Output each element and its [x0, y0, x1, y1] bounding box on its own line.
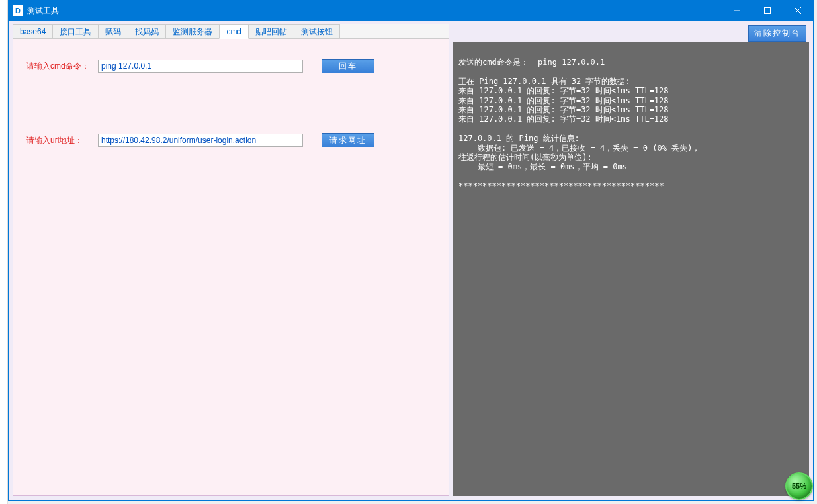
app-icon: D	[13, 5, 23, 16]
tab-panel-cmd: 请输入cmd命令： 回车 请输入url地址： 请求网址	[13, 39, 449, 496]
progress-badge: 55%	[785, 472, 813, 500]
content-area: base64 接口工具 赋码 找妈妈 监测服务器 cmd 贴吧回帖 测试按钮 请…	[9, 21, 813, 500]
titlebar[interactable]: D 测试工具	[9, 1, 813, 21]
minimize-button[interactable]	[722, 1, 752, 21]
window-title: 测试工具	[27, 5, 722, 17]
cmd-input[interactable]	[98, 60, 303, 73]
url-row: 请输入url地址： 请求网址	[26, 133, 435, 147]
svg-rect-1	[765, 8, 771, 14]
tab-interface-tool[interactable]: 接口工具	[52, 24, 99, 38]
close-button[interactable]	[783, 1, 813, 21]
console-output[interactable]: 发送的cmd命令是： ping 127.0.0.1 正在 Ping 127.0.…	[453, 42, 809, 496]
right-pane: 清除控制台 发送的cmd命令是： ping 127.0.0.1 正在 Ping …	[453, 24, 809, 496]
tab-monitor-server[interactable]: 监测服务器	[165, 24, 220, 38]
left-pane: base64 接口工具 赋码 找妈妈 监测服务器 cmd 贴吧回帖 测试按钮 请…	[13, 24, 449, 496]
tab-fuma[interactable]: 赋码	[98, 24, 128, 38]
console-toolbar: 清除控制台	[453, 24, 809, 42]
background-sliver	[0, 0, 8, 504]
maximize-button[interactable]	[752, 1, 783, 21]
cmd-label: 请输入cmd命令：	[26, 61, 93, 72]
url-label: 请输入url地址：	[26, 135, 93, 146]
window-controls	[722, 1, 813, 21]
tab-tieba-reply[interactable]: 贴吧回帖	[248, 24, 294, 38]
tab-base64[interactable]: base64	[13, 24, 53, 38]
tab-bar: base64 接口工具 赋码 找妈妈 监测服务器 cmd 贴吧回帖 测试按钮	[13, 24, 449, 39]
enter-button[interactable]: 回车	[322, 59, 374, 73]
tab-cmd[interactable]: cmd	[219, 24, 249, 39]
request-url-button[interactable]: 请求网址	[322, 133, 374, 147]
app-window: D 测试工具 base64 接口工具 赋码 找妈妈 监测服务器 cmd 贴吧回帖	[8, 0, 814, 501]
clear-console-button[interactable]: 清除控制台	[748, 25, 806, 42]
url-input[interactable]	[98, 134, 303, 147]
cmd-row: 请输入cmd命令： 回车	[26, 59, 435, 73]
tab-test-button[interactable]: 测试按钮	[294, 24, 340, 38]
progress-label: 55%	[792, 482, 806, 490]
tab-zhaomama[interactable]: 找妈妈	[128, 24, 166, 38]
